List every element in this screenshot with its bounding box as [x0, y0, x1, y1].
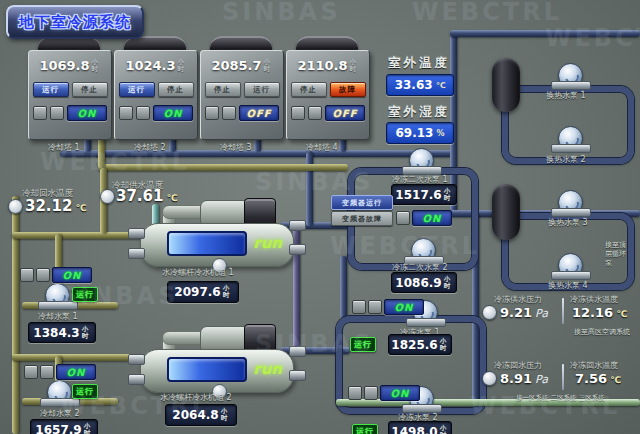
- cooling-tower-panel[interactable]: 2110.8小时 停止 故障 OFF: [286, 50, 370, 140]
- pump-status-indicator[interactable]: ON: [56, 364, 96, 380]
- pump-runtime: 1825.6 小时: [388, 334, 452, 355]
- pump-runtime: 1384.3 小时: [28, 322, 96, 343]
- hand-switch-button[interactable]: [291, 106, 305, 120]
- chw-return-pressure-value: 8.91: [500, 371, 532, 386]
- runtime-unit: 小时: [444, 188, 453, 202]
- cooling-return-temp-value: 32.12: [25, 197, 72, 215]
- pump-status-indicator[interactable]: ON: [380, 385, 420, 401]
- pump-icon[interactable]: [553, 63, 587, 90]
- tower-status-indicator[interactable]: ON: [153, 105, 193, 121]
- chw-supply-temp-label: 冷冻供水温度: [570, 294, 618, 305]
- outdoor-humidity-label: 室外湿度: [388, 104, 450, 121]
- pump-runtime-value: 1517.6: [395, 188, 441, 202]
- pipe-port: [289, 370, 306, 381]
- pump-icon[interactable]: [553, 253, 587, 280]
- pump-icon[interactable]: [553, 190, 587, 217]
- vfd-fault-button[interactable]: 变频器故障: [331, 211, 393, 226]
- outdoor-temp-value: 33.63 ℃: [386, 74, 454, 96]
- pump-icon[interactable]: [553, 126, 587, 153]
- pump-icon[interactable]: [42, 380, 76, 407]
- auto-switch-button[interactable]: [308, 106, 322, 120]
- hand-switch-button[interactable]: [352, 300, 366, 314]
- hand-switch-button[interactable]: [24, 365, 38, 379]
- percent-unit: %: [436, 129, 444, 138]
- celsius-unit: ℃: [616, 309, 627, 319]
- pipe-segment: [340, 256, 347, 318]
- auto-switch-button[interactable]: [222, 106, 236, 120]
- celsius-unit: ℃: [610, 375, 621, 385]
- piping-note: 接一区系统 二区系统 三区系统: [516, 394, 605, 403]
- tower-stop-button[interactable]: 停止: [158, 82, 194, 97]
- chw-return-temp-label: 冷冻回水温度: [570, 360, 618, 371]
- chw-supply-temp-value: 12.16: [572, 305, 613, 320]
- cooling-tower-panel[interactable]: 2085.7小时 停止 运行 OFF: [200, 50, 284, 140]
- auto-switch-button[interactable]: [364, 386, 378, 400]
- pump-runtime: 1657.9 小时: [30, 419, 98, 434]
- pa-unit: Pa: [535, 307, 548, 320]
- pump-runtime-value: 1086.9: [395, 276, 441, 290]
- hand-switch-button[interactable]: [20, 268, 34, 282]
- tower-run-button[interactable]: 运行: [33, 82, 69, 97]
- pump-status-indicator[interactable]: ON: [52, 267, 92, 283]
- pa-unit: Pa: [535, 373, 548, 386]
- chw-return-temp-reading: 7.56 ℃: [575, 371, 621, 386]
- pump-icon[interactable]: [406, 238, 440, 265]
- pump-icon[interactable]: [40, 283, 74, 310]
- hand-switch-button[interactable]: [396, 211, 410, 225]
- tower-run-button[interactable]: 运行: [244, 82, 280, 97]
- vfd-run-button[interactable]: 变频器运行: [331, 195, 393, 210]
- auto-switch-button[interactable]: [50, 106, 64, 120]
- outdoor-temp-label: 室外温度: [388, 55, 450, 72]
- hand-switch-button[interactable]: [119, 106, 133, 120]
- celsius-unit: ℃: [75, 203, 86, 213]
- pump-control-panel: ON: [352, 299, 424, 315]
- outdoor-humidity-number: 69.13: [396, 126, 434, 140]
- tower-stop-button[interactable]: 停止: [291, 82, 327, 97]
- tower-stop-button[interactable]: 停止: [72, 82, 108, 97]
- runtime-unit: 小时: [92, 59, 101, 73]
- tower-label: 冷却塔 4: [306, 142, 338, 153]
- pipe-segment: [98, 164, 348, 171]
- pump-runtime: 1517.6 小时: [391, 184, 457, 205]
- chiller-unit-1[interactable]: run: [140, 198, 294, 268]
- cooling-tower-panel[interactable]: 1069.8小时 运行 停止 ON: [28, 50, 112, 140]
- pump-label: 冷却水泵 2: [40, 408, 80, 419]
- tower-status-indicator[interactable]: ON: [67, 105, 107, 121]
- hand-switch-button[interactable]: [205, 106, 219, 120]
- chiller-runtime: 2064.8 小时: [165, 404, 237, 426]
- runtime-unit: 小时: [264, 59, 273, 73]
- tower-status-indicator[interactable]: OFF: [239, 105, 279, 121]
- auto-switch-button[interactable]: [36, 268, 50, 282]
- cooling-return-temp-reading: 32.12 ℃: [25, 197, 86, 215]
- divider: [562, 364, 564, 390]
- pipe-port: [128, 354, 145, 365]
- gauge-icon: [8, 199, 23, 214]
- tower-fault-button[interactable]: 故障: [330, 82, 366, 97]
- tower-status-indicator[interactable]: OFF: [325, 105, 365, 121]
- run-status-badge: 运行: [352, 424, 378, 434]
- pump-status-indicator[interactable]: ON: [412, 210, 452, 226]
- piping-note: 接至顶层循环泵: [605, 241, 631, 268]
- pump-status-indicator[interactable]: ON: [384, 299, 424, 315]
- pump-icon[interactable]: [404, 148, 438, 175]
- pump-control-panel: ON: [24, 364, 96, 380]
- chiller-label: 水冷螺杆冷水机组 1: [162, 267, 234, 278]
- hand-switch-button[interactable]: [348, 386, 362, 400]
- run-status-badge: 运行: [350, 337, 376, 352]
- celsius-unit: ℃: [166, 193, 177, 203]
- scada-screen: SINBAS WEBCTRL WEBCTRL WEBCTRL SINBAS WE…: [0, 0, 640, 434]
- auto-switch-button[interactable]: [40, 365, 54, 379]
- pump-control-panel: ON: [348, 385, 420, 401]
- tower-run-button[interactable]: 运行: [119, 82, 155, 97]
- chiller-run-status: run: [253, 360, 282, 378]
- auto-switch-button[interactable]: [368, 300, 382, 314]
- run-status-badge: 运行: [72, 287, 98, 302]
- cooling-tower-panel[interactable]: 1024.3小时 运行 停止 ON: [114, 50, 198, 140]
- pipe-segment: [450, 30, 640, 37]
- hand-switch-button[interactable]: [33, 106, 47, 120]
- heat-exchanger-tank: [492, 184, 520, 240]
- auto-switch-button[interactable]: [136, 106, 150, 120]
- chiller-unit-2[interactable]: run: [140, 324, 294, 394]
- watermark-text: WEBCTRL: [412, 0, 562, 26]
- tower-stop-button[interactable]: 停止: [205, 82, 241, 97]
